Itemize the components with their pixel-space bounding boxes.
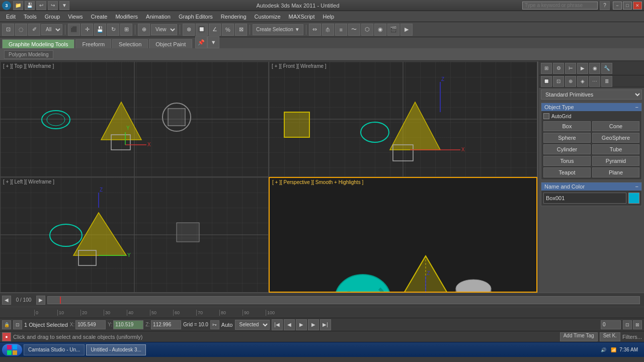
menu-create[interactable]: Create: [87, 12, 111, 22]
ribbon-polygon-modeling[interactable]: Polygon Modeling: [4, 50, 53, 59]
panel-extra-icon6[interactable]: ≣: [601, 76, 612, 87]
viewport-perspective[interactable]: Z X Y [ + ][ Perspective ][ Smooth + Hig…: [269, 177, 537, 293]
minimize-button[interactable]: −: [613, 2, 622, 10]
btn-geosphere[interactable]: GeoSphere: [592, 133, 639, 143]
create-selection-btn[interactable]: Create Selection ▼: [253, 24, 303, 35]
start-button[interactable]: [2, 344, 22, 356]
animation-mode-btn[interactable]: ●: [2, 332, 11, 341]
btn-cylinder[interactable]: Cylinder: [543, 144, 591, 154]
timeline-left-btn[interactable]: ◀: [2, 296, 11, 305]
btn-pyramid[interactable]: Pyramid: [592, 156, 639, 166]
ribbon-tab-selection[interactable]: Selection: [112, 39, 148, 48]
autogrid-checkbox[interactable]: [543, 113, 549, 119]
menu-maxscript[interactable]: MAXScript: [285, 12, 319, 22]
select-tool-btn[interactable]: ⊡: [2, 24, 14, 36]
qa-undo-btn[interactable]: ↩: [36, 1, 46, 10]
panel-utilities-icon[interactable]: 🔧: [601, 63, 612, 74]
panel-extra-icon4[interactable]: ◈: [577, 76, 588, 87]
btn-cone[interactable]: Cone: [592, 121, 639, 131]
panel-motion-icon[interactable]: ▶: [577, 63, 588, 74]
tray-icon2[interactable]: 📶: [609, 345, 618, 354]
ribbon-pin-btn[interactable]: 📌: [195, 36, 207, 48]
menu-modifiers[interactable]: Modifiers: [111, 12, 142, 22]
taskbar-camtasia[interactable]: Camtasia Studio - Un...: [24, 344, 85, 355]
panel-hierarchy-icon[interactable]: ⊢: [565, 63, 576, 74]
prev-frame-btn[interactable]: ◀: [284, 319, 295, 330]
menu-customize[interactable]: Customize: [251, 12, 285, 22]
schematic-btn[interactable]: ⬡: [361, 24, 373, 36]
menu-tools[interactable]: Tools: [20, 12, 41, 22]
status-icon2[interactable]: ⊡: [13, 320, 22, 329]
menu-graph-editors[interactable]: Graph Editors: [175, 12, 217, 22]
search-input[interactable]: [522, 2, 598, 10]
qa-open-btn[interactable]: 📁: [13, 1, 23, 10]
btn-sphere[interactable]: Sphere: [543, 133, 591, 143]
object-type-header[interactable]: Object Type −: [541, 103, 641, 111]
ribbon-arrow-btn[interactable]: ▼: [207, 36, 219, 48]
ribbon-tab-objectpaint[interactable]: Object Paint: [149, 39, 192, 48]
close-button[interactable]: ✕: [633, 2, 642, 10]
btn-torus[interactable]: Torus: [543, 156, 591, 166]
panel-extra-icon3[interactable]: ⊕: [565, 76, 576, 87]
menu-views[interactable]: Views: [64, 12, 87, 22]
viewport-top[interactable]: X Y [ + ][ Top ][ Wireframe ]: [0, 61, 269, 177]
object-color-swatch[interactable]: [628, 193, 639, 204]
ref-coord-btn[interactable]: ⊕: [138, 24, 150, 36]
lasso-btn[interactable]: ◌: [15, 24, 27, 36]
selected-dropdown[interactable]: Selected: [235, 320, 270, 330]
panel-create-icon[interactable]: ⊞: [541, 63, 552, 74]
select-btn[interactable]: ⬛: [68, 24, 80, 36]
menu-rendering[interactable]: Rendering: [217, 12, 251, 22]
panel-display-icon[interactable]: ◉: [589, 63, 600, 74]
ribbon-tab-freeform[interactable]: Freeform: [75, 39, 111, 48]
viewport-left[interactable]: Z Y [ + ][ Left ][ Wireframe ]: [0, 177, 269, 293]
menu-edit[interactable]: Edit: [2, 12, 20, 22]
goto-start-btn[interactable]: |◀: [272, 319, 283, 330]
pivot-btn[interactable]: ⊗: [183, 24, 195, 36]
rotate-btn[interactable]: ↻: [107, 24, 119, 36]
x-input[interactable]: [75, 320, 106, 329]
curve-editor-btn[interactable]: 〜: [348, 24, 360, 36]
ribbon-tab-graphite[interactable]: Graphite Modeling Tools: [2, 39, 74, 48]
y-input[interactable]: [113, 320, 143, 329]
menu-group[interactable]: Group: [41, 12, 64, 22]
z-input[interactable]: [151, 320, 181, 329]
lock-btn[interactable]: 🔒: [2, 320, 11, 329]
btn-tube[interactable]: Tube: [592, 144, 639, 154]
render-setup-btn[interactable]: 🎬: [387, 24, 399, 36]
material-btn[interactable]: ◉: [374, 24, 386, 36]
play-btn[interactable]: ▶: [296, 319, 307, 330]
render-btn[interactable]: ▶: [400, 24, 413, 36]
object-name-input[interactable]: [543, 193, 626, 204]
add-time-tag-btn[interactable]: Add Time Tag: [560, 332, 598, 341]
spinner-snap-btn[interactable]: ⊠: [235, 24, 247, 36]
align-btn[interactable]: ⫛: [322, 24, 334, 36]
panel-modify-icon[interactable]: ⚙: [553, 63, 564, 74]
layer-btn[interactable]: ≡: [335, 24, 347, 36]
timeline-right-btn[interactable]: ▶: [36, 296, 45, 305]
viewport-front[interactable]: Z X [ + ][ Front ][ Wireframe ]: [269, 61, 537, 177]
view-dropdown[interactable]: View: [151, 24, 177, 35]
panel-extra-icon1[interactable]: 🔲: [541, 76, 552, 87]
qa-save-btn[interactable]: 💾: [25, 1, 35, 10]
next-frame-btn[interactable]: ▶: [308, 319, 319, 330]
paint-sel-btn[interactable]: ✐: [28, 24, 40, 36]
tray-icon1[interactable]: 🔊: [599, 345, 608, 354]
snap-btn[interactable]: 🔲: [196, 24, 208, 36]
restore-button[interactable]: □: [623, 2, 632, 10]
end-icon2[interactable]: ⊠: [633, 320, 642, 329]
btn-box[interactable]: Box: [543, 121, 591, 131]
menu-animation[interactable]: Animation: [142, 12, 175, 22]
goto-end-btn[interactable]: ▶|: [320, 319, 331, 330]
btn-plane[interactable]: Plane: [592, 167, 639, 177]
scale-btn[interactable]: ⊞: [120, 24, 132, 36]
panel-extra-icon5[interactable]: ⋯: [589, 76, 600, 87]
qa-redo-btn[interactable]: ↪: [48, 1, 58, 10]
timeline-track[interactable]: [47, 296, 640, 304]
percent-snap-btn[interactable]: %: [222, 24, 234, 36]
filter-dropdown[interactable]: All: [41, 24, 62, 35]
panel-extra-icon2[interactable]: ⊡: [553, 76, 564, 87]
key-icon[interactable]: 🗝: [210, 320, 219, 329]
mirror-btn[interactable]: ⇔: [309, 24, 321, 36]
select-move-btn[interactable]: ✛: [81, 24, 93, 36]
